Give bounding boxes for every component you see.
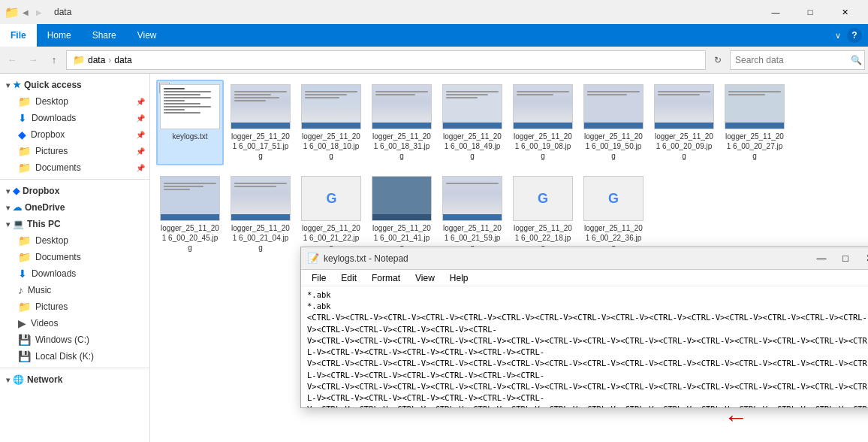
- notepad-maximize[interactable]: □: [836, 249, 855, 268]
- notepad-line2: *.abk: [307, 301, 868, 312]
- forward-icon: ▶: [33, 6, 45, 18]
- divider-1: [0, 179, 149, 180]
- file-thumb-7: [654, 84, 714, 129]
- notepad-content: *.abk *.abk <CTRL-V><CTRL-V><CTRL-V><CTR…: [301, 286, 868, 407]
- file-item-11[interactable]: G logger_25_11_201 6_00_21_22.jpg: [297, 171, 365, 257]
- ribbon-help[interactable]: ?: [847, 28, 862, 43]
- pictures-folder-icon: 📁: [18, 145, 31, 157]
- sidebar-item-music[interactable]: ♪ Music: [0, 282, 149, 298]
- up-button[interactable]: ↑: [45, 51, 63, 69]
- dropbox-section-icon: ◆: [13, 186, 20, 196]
- file-item-6[interactable]: logger_25_11_201 6_00_19_50.jpg: [580, 80, 647, 165]
- thispc-header[interactable]: ▾ 💻 This PC: [0, 216, 149, 232]
- network-header[interactable]: ▾ 🌐 Network: [0, 371, 149, 388]
- quick-access-label: Quick access: [24, 80, 82, 90]
- sidebar-item-desktop2[interactable]: 📁 Desktop: [0, 232, 149, 249]
- notepad-line1: *.abk: [307, 289, 868, 301]
- search-input[interactable]: [735, 55, 848, 65]
- file-grid-row2: logger_25_11_201 6_00_20_45.jpg logger_2…: [156, 171, 862, 257]
- desktop2-icon: 📁: [18, 235, 31, 247]
- file-item-12[interactable]: logger_25_11_201 6_00_21_41.jpg: [368, 171, 436, 257]
- menu-file[interactable]: File: [304, 270, 333, 286]
- sidebar-item-desktop[interactable]: 📁 Desktop 📌: [0, 93, 149, 110]
- dropbox-icon: ◆: [18, 129, 26, 141]
- sidebar-item-downloads2[interactable]: ⬇ Downloads: [0, 265, 149, 282]
- sidebar-item-downloads[interactable]: ⬇ Downloads 📌: [0, 110, 149, 126]
- pin-icon: 📌: [136, 131, 145, 139]
- sidebar-item-label: Desktop: [35, 235, 68, 246]
- quick-access-header[interactable]: ▾ ★ Quick access: [0, 77, 149, 93]
- ribbon-tab-view[interactable]: View: [127, 24, 167, 47]
- file-item-14[interactable]: G logger_25_11_201 6_00_22_18.jpg: [509, 171, 577, 257]
- notepad-minimize[interactable]: —: [812, 249, 831, 268]
- ribbon-tab-home[interactable]: Home: [37, 24, 82, 47]
- notepad-text-area[interactable]: *.abk *.abk <CTRL-V><CTRL-V><CTRL-V><CTR…: [301, 286, 868, 407]
- menu-help[interactable]: Help: [442, 270, 476, 286]
- notepad-titlebar: 📝 keylogs.txt - Notepad — □ ✕: [301, 247, 868, 270]
- sidebar-item-pictures2[interactable]: 📁 Pictures: [0, 298, 149, 315]
- ribbon-tab-share[interactable]: Share: [82, 24, 127, 47]
- onedrive-header[interactable]: ▾ ☁ OneDrive: [0, 199, 149, 216]
- pc-icon: 💻: [13, 219, 24, 229]
- address-path[interactable]: 📁 data › data: [66, 50, 706, 70]
- title-bar: 📁 ◀ ▶ data — □ ✕: [0, 0, 868, 24]
- quick-access-star-icon: ★: [13, 80, 21, 90]
- file-item-5[interactable]: logger_25_11_201 6_00_19_08.jpg: [509, 80, 577, 165]
- forward-button[interactable]: →: [24, 51, 42, 69]
- ribbon: File Home Share View ∨ ?: [0, 24, 868, 47]
- ribbon-chevron[interactable]: ∨: [829, 26, 847, 44]
- network-icon: 🌐: [13, 374, 24, 385]
- file-item-keylogs[interactable]: ✓ keylogs.txt: [156, 80, 224, 165]
- menu-view[interactable]: View: [408, 270, 442, 286]
- file-item-4[interactable]: logger_25_11_201 6_00_18_49.jpg: [439, 80, 506, 165]
- sidebar-item-label: Local Disk (K:): [35, 351, 94, 362]
- videos-icon: ▶: [18, 317, 26, 329]
- sidebar-item-windows-c[interactable]: 💾 Windows (C:): [0, 332, 149, 348]
- file-name-6: logger_25_11_201 6_00_19_50.jpg: [584, 132, 643, 161]
- notepad-title: keylogs.txt - Notepad: [324, 253, 807, 264]
- sidebar-item-dropbox[interactable]: ◆ Dropbox 📌: [0, 126, 149, 143]
- close-button[interactable]: ✕: [827, 0, 862, 24]
- notepad-ctrl2: V><CTRL-V><CTRL-V><CTRL-V><CTRL-V><CTRL-…: [307, 335, 868, 358]
- notepad-close[interactable]: ✕: [860, 249, 868, 268]
- file-item-9[interactable]: logger_25_11_201 6_00_20_45.jpg: [156, 171, 224, 257]
- file-thumb-5: [513, 84, 573, 129]
- address-bar-area: ← → ↑ 📁 data › data ↻ 🔍: [0, 47, 868, 74]
- music-icon: ♪: [18, 284, 23, 296]
- file-item-13[interactable]: logger_25_11_201 6_00_21_59.jpg: [439, 171, 506, 257]
- file-thumb-9: [160, 176, 220, 221]
- file-name-keylogs: keylogs.txt: [172, 132, 207, 141]
- menu-format[interactable]: Format: [364, 270, 408, 286]
- file-item-7[interactable]: logger_25_11_201 6_00_20_09.jpg: [650, 80, 718, 165]
- sidebar-item-documents[interactable]: 📁 Documents 📌: [0, 159, 149, 176]
- file-item-2[interactable]: logger_25_11_201 6_00_18_10.jpg: [297, 80, 365, 165]
- sidebar-item-pictures[interactable]: 📁 Pictures 📌: [0, 143, 149, 159]
- file-item-15[interactable]: G logger_25_11_201 6_00_22_36.jpg: [580, 171, 647, 257]
- documents-folder-icon: 📁: [18, 162, 31, 174]
- file-name-4: logger_25_11_201 6_00_18_49.jpg: [443, 132, 502, 161]
- sidebar-item-documents2[interactable]: 📁 Documents: [0, 249, 149, 265]
- maximize-button[interactable]: □: [793, 0, 827, 24]
- file-item-10[interactable]: logger_25_11_201 6_00_21_04.jpg: [227, 171, 294, 257]
- file-thumb-1: [231, 84, 291, 129]
- network-arrow: ▾: [6, 376, 10, 384]
- refresh-button[interactable]: ↻: [709, 51, 727, 69]
- path-separator: ›: [108, 55, 111, 65]
- file-item-8[interactable]: logger_25_11_201 6_00_20_27.jpg: [721, 80, 788, 165]
- pin-icon: 📌: [136, 114, 145, 123]
- file-thumb-6: [583, 84, 643, 129]
- file-thumb-15: G: [583, 176, 643, 221]
- pin-icon: 📌: [136, 98, 145, 106]
- file-item-3[interactable]: logger_25_11_201 6_00_18_31.jpg: [368, 80, 436, 165]
- title-bar-icons: 📁 ◀ ▶: [6, 6, 45, 18]
- ribbon-tab-file[interactable]: File: [0, 24, 37, 47]
- thispc-label: This PC: [27, 219, 61, 229]
- dropbox-header[interactable]: ▾ ◆ Dropbox: [0, 183, 149, 199]
- sidebar-item-local-disk-k[interactable]: 💾 Local Disk (K:): [0, 348, 149, 365]
- minimize-button[interactable]: —: [758, 0, 793, 24]
- menu-edit[interactable]: Edit: [333, 270, 364, 286]
- sidebar-item-videos[interactable]: ▶ Videos: [0, 315, 149, 332]
- back-button[interactable]: ←: [3, 51, 21, 69]
- pin-icon: 📌: [136, 164, 145, 172]
- file-item-1[interactable]: logger_25_11_201 6_00_17_51.jpg: [227, 80, 294, 165]
